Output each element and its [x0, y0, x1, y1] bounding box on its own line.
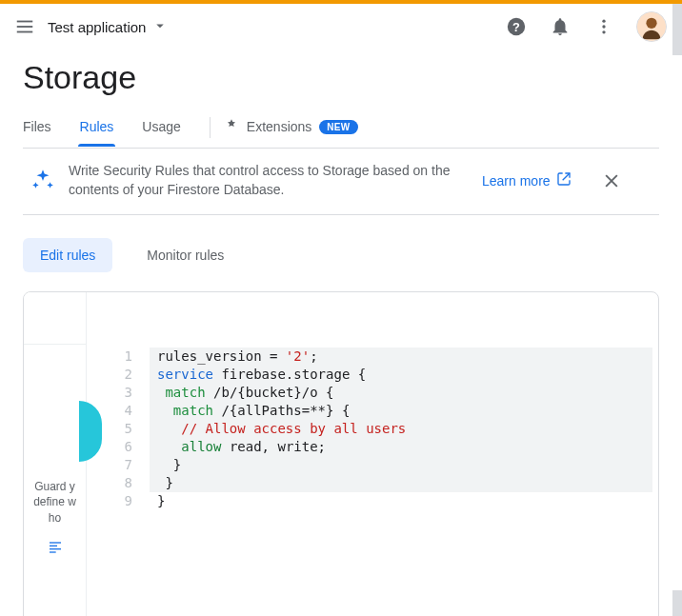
line-number: 8 [87, 474, 150, 492]
subtab-edit-rules[interactable]: Edit rules [23, 238, 112, 272]
line-number: 9 [87, 492, 150, 510]
tab-rules[interactable]: Rules [80, 119, 114, 146]
code-line[interactable]: } [157, 456, 651, 474]
info-banner: Write Security Rules that control access… [23, 149, 659, 215]
learn-more-label: Learn more [482, 173, 551, 189]
code-line[interactable]: rules_version = '2'; [157, 348, 651, 366]
svg-point-5 [602, 20, 605, 23]
extensions-icon [224, 118, 239, 136]
line-number: 7 [87, 456, 150, 474]
tab-usage[interactable]: Usage [142, 119, 180, 146]
user-avatar[interactable] [636, 11, 667, 42]
svg-point-7 [602, 30, 605, 33]
line-number: 1 [87, 348, 150, 366]
svg-point-9 [646, 18, 656, 29]
learn-more-link[interactable]: Learn more [482, 171, 572, 189]
project-name: Test application [48, 19, 146, 35]
code-line[interactable]: } [157, 492, 651, 510]
sparkle-icon [30, 168, 55, 194]
chevron-down-icon [151, 17, 169, 37]
code-line[interactable]: match /b/{bucket}/o { [157, 384, 651, 402]
close-icon[interactable] [600, 169, 623, 192]
tab-bar: Files Rules Usage Extensions NEW [23, 117, 659, 149]
menu-icon[interactable] [13, 15, 36, 38]
code-line[interactable]: allow read, write; [157, 438, 651, 456]
tab-extensions-label: Extensions [247, 119, 311, 134]
code-area[interactable]: rules_version = '2';service firebase.sto… [150, 292, 658, 616]
help-icon[interactable]: ? [505, 15, 528, 38]
align-left-icon[interactable] [24, 539, 86, 557]
line-number: 2 [87, 366, 150, 384]
code-line[interactable]: } [157, 474, 651, 492]
subtab-monitor-rules[interactable]: Monitor rules [130, 238, 241, 272]
new-badge: NEW [319, 120, 357, 134]
editor-side-panel: Guard y define w ho [24, 292, 87, 616]
tab-separator [210, 117, 211, 138]
code-line[interactable]: service firebase.storage { [157, 366, 651, 384]
project-selector[interactable]: Test application [48, 17, 169, 37]
scrollbar-segment[interactable] [672, 590, 682, 616]
subtab-bar: Edit rules Monitor rules [23, 238, 659, 272]
rules-editor-card: Guard y define w ho 123456789 rules_vers… [23, 291, 659, 616]
open-external-icon [556, 171, 572, 189]
page-title: Storage [23, 59, 659, 96]
code-line[interactable]: match /{allPaths=**} { [157, 402, 651, 420]
svg-text:?: ? [512, 20, 520, 34]
notifications-icon[interactable] [549, 15, 572, 38]
side-hint-text: Guard y define w ho [24, 479, 86, 526]
tab-files[interactable]: Files [23, 119, 51, 146]
code-line[interactable]: // Allow access by all users [157, 420, 651, 438]
banner-text: Write Security Rules that control access… [69, 162, 469, 199]
line-number-gutter: 123456789 [87, 292, 150, 616]
top-bar: Test application ? [0, 4, 682, 50]
svg-point-6 [602, 25, 605, 28]
tab-extensions[interactable]: Extensions NEW [224, 118, 358, 148]
scrollbar-segment[interactable] [672, 4, 682, 55]
overflow-menu-icon[interactable] [592, 15, 615, 38]
line-number: 3 [87, 384, 150, 402]
